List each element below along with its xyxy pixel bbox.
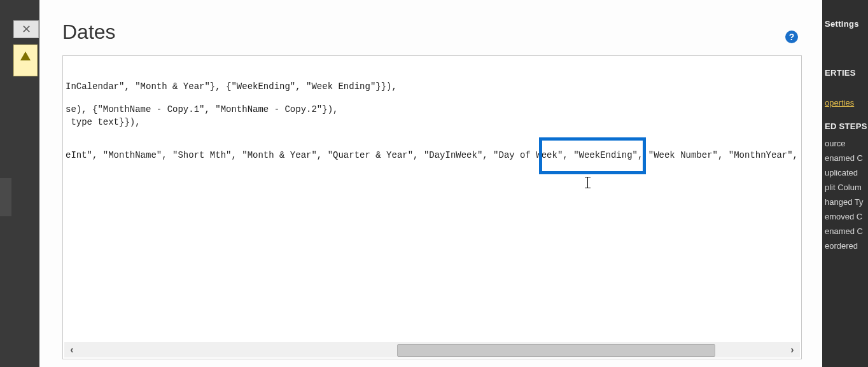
warning-tab[interactable]: [13, 45, 38, 76]
close-button[interactable]: ✕: [13, 20, 39, 38]
scroll-right-button[interactable]: ›: [785, 342, 800, 357]
code-line: se), {"MonthName - Copy.1", "MonthName -…: [63, 103, 801, 116]
scroll-left-button[interactable]: ‹: [64, 342, 80, 357]
applied-step-item[interactable]: eordered: [822, 239, 868, 253]
code-line: InCalendar", "Month & Year"}, {"WeekEndi…: [63, 80, 801, 93]
horizontal-scrollbar[interactable]: ‹ ›: [64, 342, 800, 357]
left-accent: [0, 178, 11, 216]
warning-icon: [20, 52, 31, 60]
chevron-right-icon: ›: [790, 344, 794, 356]
code-viewport: InCalendar", "Month & Year"}, {"WeekEndi…: [63, 56, 801, 365]
applied-step-item[interactable]: enamed C: [822, 224, 868, 239]
applied-step-item[interactable]: uplicated: [822, 165, 868, 180]
text-caret: [587, 177, 588, 188]
code-line: type text}}),: [63, 116, 801, 128]
scroll-thumb[interactable]: [397, 344, 716, 357]
chevron-left-icon: ‹: [70, 344, 73, 356]
help-icon[interactable]: ?: [785, 31, 798, 43]
applied-step-item[interactable]: enamed C: [822, 151, 868, 165]
advanced-editor-dialog: ? Dates InCalendar", "Month & Year"}, {"…: [39, 0, 822, 367]
applied-step-item[interactable]: emoved C: [822, 209, 868, 224]
scroll-track[interactable]: [80, 342, 785, 357]
settings-panel: Settings ERTIES operties ED STEPS ourcee…: [822, 0, 868, 367]
applied-step-item[interactable]: ource: [822, 136, 868, 151]
all-properties-link[interactable]: operties: [822, 95, 868, 113]
properties-heading: ERTIES: [822, 59, 868, 83]
applied-step-item[interactable]: plit Colum: [822, 180, 868, 195]
settings-heading: Settings: [822, 0, 868, 34]
close-icon: ✕: [22, 22, 31, 36]
code-line: eInt", "MonthName", "Short Mth", "Month …: [63, 149, 801, 162]
applied-step-item[interactable]: hanged Ty: [822, 195, 868, 209]
help-glyph: ?: [789, 32, 795, 42]
code-editor[interactable]: InCalendar", "Month & Year"}, {"WeekEndi…: [62, 55, 802, 359]
left-gutter: ✕: [0, 0, 39, 367]
page-title: Dates: [62, 20, 803, 44]
applied-steps-heading: ED STEPS: [822, 113, 868, 136]
